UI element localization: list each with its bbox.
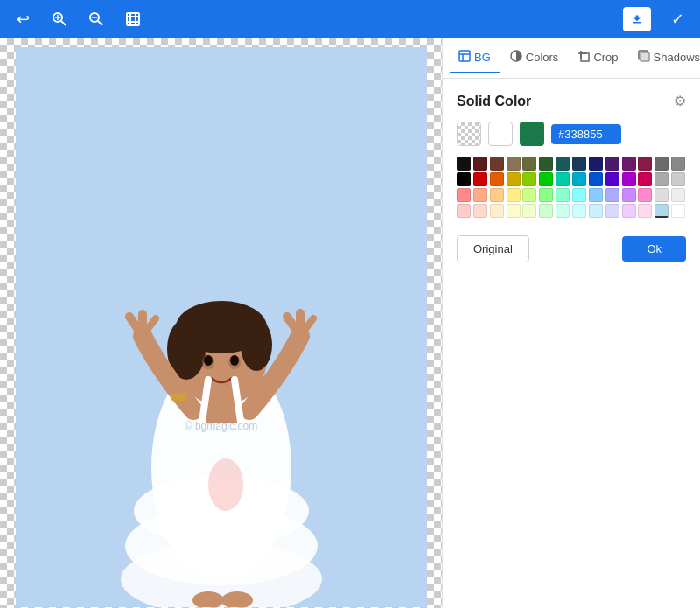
color-cell[interactable] — [473, 204, 487, 218]
color-cell[interactable] — [539, 188, 553, 202]
color-cell[interactable] — [671, 157, 685, 171]
color-cell[interactable] — [622, 188, 636, 202]
svg-rect-38 — [459, 51, 470, 61]
color-cell[interactable] — [654, 188, 668, 202]
color-cell[interactable] — [457, 157, 471, 171]
color-cell[interactable] — [572, 188, 586, 202]
settings-icon[interactable]: ⚙ — [674, 93, 686, 109]
color-cell[interactable] — [606, 204, 620, 218]
toolbar-left: ↩ — [10, 7, 145, 31]
child-figure — [73, 100, 370, 607]
green-swatch[interactable] — [520, 122, 544, 146]
color-cell[interactable] — [556, 204, 570, 218]
color-cell[interactable] — [589, 204, 603, 218]
color-cell[interactable] — [539, 172, 553, 186]
transparent-swatch[interactable] — [457, 122, 481, 146]
color-cell[interactable] — [522, 172, 536, 186]
panel-content: Solid Color ⚙ #338855 Original Ok — [443, 79, 700, 608]
fit-icon[interactable] — [121, 7, 145, 31]
color-cell[interactable] — [589, 157, 603, 171]
color-cell[interactable] — [654, 172, 668, 186]
svg-point-17 — [208, 458, 243, 511]
zoom-out-icon[interactable] — [84, 7, 108, 31]
tabs-bar: BG Colors C — [443, 38, 700, 79]
confirm-icon[interactable]: ✓ — [665, 7, 690, 31]
color-cell[interactable] — [622, 157, 636, 171]
color-cell[interactable] — [572, 204, 586, 218]
color-cell[interactable] — [556, 172, 570, 186]
color-cell[interactable] — [473, 157, 487, 171]
color-cell[interactable] — [572, 157, 586, 171]
color-cell[interactable] — [522, 204, 536, 218]
color-cell[interactable] — [622, 172, 636, 186]
color-cell[interactable] — [671, 204, 685, 218]
color-grid — [457, 157, 686, 218]
image-container: © bgmagic.com — [16, 47, 427, 607]
color-cell[interactable] — [473, 188, 487, 202]
color-cell[interactable] — [539, 157, 553, 171]
ok-button[interactable]: Ok — [622, 236, 686, 262]
color-cell[interactable] — [671, 188, 685, 202]
color-cell[interactable] — [473, 172, 487, 186]
color-top-row: #338855 — [457, 122, 686, 146]
tab-bg[interactable]: BG — [450, 43, 500, 73]
svg-line-5 — [98, 21, 102, 25]
right-panel: BG Colors C — [442, 38, 700, 608]
color-cell[interactable] — [589, 188, 603, 202]
color-cell[interactable] — [638, 172, 652, 186]
color-cell[interactable] — [457, 188, 471, 202]
color-cell[interactable] — [522, 157, 536, 171]
hex-input[interactable]: #338855 — [551, 124, 621, 144]
white-swatch[interactable] — [488, 122, 513, 146]
color-cell[interactable] — [638, 188, 652, 202]
shadows-tab-icon — [638, 50, 650, 65]
color-cell[interactable] — [457, 204, 471, 218]
color-cell[interactable] — [490, 188, 504, 202]
color-cell[interactable] — [638, 204, 652, 218]
tab-shadows-label: Shadows — [654, 51, 700, 64]
color-cell[interactable] — [654, 204, 668, 218]
color-cell[interactable] — [490, 172, 504, 186]
main-container: © bgmagic.com BG — [0, 38, 700, 608]
color-cell[interactable] — [622, 204, 636, 218]
color-cell[interactable] — [507, 172, 521, 186]
canvas-area: © bgmagic.com — [0, 38, 442, 608]
tab-crop[interactable]: Crop — [569, 43, 626, 73]
zoom-in-icon[interactable] — [47, 7, 72, 31]
color-cell[interactable] — [522, 188, 536, 202]
color-cell[interactable] — [507, 157, 521, 171]
color-cell[interactable] — [638, 157, 652, 171]
svg-rect-12 — [634, 22, 641, 24]
section-header: Solid Color ⚙ — [457, 93, 686, 109]
download-button[interactable] — [623, 7, 651, 31]
color-cell[interactable] — [572, 172, 586, 186]
buttons-row: Original Ok — [457, 235, 686, 262]
color-cell[interactable] — [606, 188, 620, 202]
color-cell[interactable] — [507, 188, 521, 202]
crop-tab-icon — [578, 50, 590, 65]
svg-rect-46 — [640, 52, 649, 61]
undo-icon[interactable]: ↩ — [10, 7, 35, 31]
colors-tab-icon — [510, 50, 522, 65]
color-cell[interactable] — [556, 157, 570, 171]
color-cell[interactable] — [507, 204, 521, 218]
color-cell[interactable] — [654, 157, 668, 171]
original-button[interactable]: Original — [457, 235, 529, 262]
svg-rect-7 — [127, 13, 139, 25]
color-cell[interactable] — [589, 172, 603, 186]
color-cell[interactable] — [606, 157, 620, 171]
color-cell[interactable] — [539, 204, 553, 218]
color-cell[interactable] — [556, 188, 570, 202]
svg-line-1 — [61, 21, 66, 25]
color-cell[interactable] — [457, 172, 471, 186]
bg-tab-icon — [458, 50, 471, 65]
svg-point-25 — [204, 355, 213, 366]
tab-colors-label: Colors — [526, 51, 559, 64]
tab-colors[interactable]: Colors — [501, 43, 568, 73]
color-cell[interactable] — [606, 172, 620, 186]
color-cell[interactable] — [490, 204, 504, 218]
color-cell[interactable] — [490, 157, 504, 171]
tab-crop-label: Crop — [593, 51, 618, 64]
color-cell[interactable] — [671, 172, 685, 186]
tab-shadows[interactable]: Shadows — [629, 43, 700, 73]
